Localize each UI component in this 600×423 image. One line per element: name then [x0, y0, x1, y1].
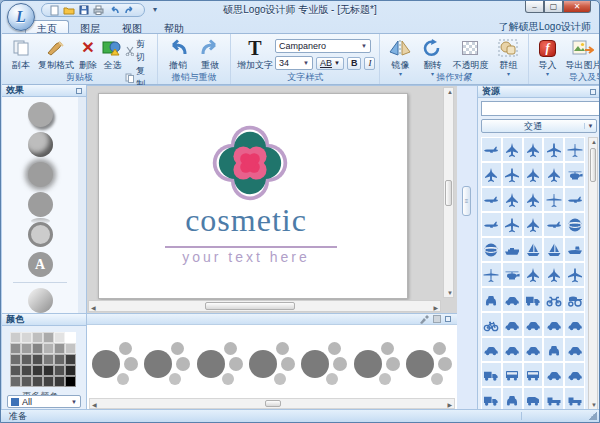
scroll-up-icon[interactable]: ▲ [447, 89, 453, 95]
resource-cell[interactable] [502, 337, 523, 362]
scrollbar-thumb[interactable] [205, 302, 295, 310]
cut-button[interactable]: 剪切 [125, 38, 153, 64]
flower-logo[interactable] [212, 125, 288, 201]
opacity-button[interactable]: 不透明度 ▾ [448, 36, 492, 76]
export-image-button[interactable]: 导出图片 [561, 36, 600, 72]
rotate-button[interactable]: 翻转 ▾ [416, 36, 448, 76]
effect-item-glow[interactable] [28, 162, 53, 187]
scroll-left-icon[interactable]: ◀ [92, 401, 97, 408]
color-swatch[interactable] [54, 332, 65, 343]
resource-cell[interactable] [523, 262, 544, 287]
scrollbar-thumb[interactable] [590, 148, 596, 182]
resources-scrollbar[interactable]: ▲ ▼ [588, 137, 598, 410]
resource-cell[interactable] [523, 287, 544, 312]
eyedropper-icon[interactable] [419, 314, 429, 324]
gallery-shape-item[interactable] [354, 338, 400, 386]
minimize-button[interactable]: – [525, 1, 544, 13]
gallery-scrollbar[interactable]: ◀ ▶ [89, 398, 455, 409]
resource-cell[interactable] [523, 312, 544, 337]
resource-cell[interactable] [481, 187, 502, 212]
resource-cell[interactable] [502, 137, 523, 162]
resource-cell[interactable] [564, 212, 585, 237]
color-swatch[interactable] [32, 376, 43, 387]
color-swatch[interactable] [43, 332, 54, 343]
undo-button[interactable]: 撤销 [162, 36, 194, 72]
color-swatch[interactable] [21, 332, 32, 343]
resource-cell[interactable] [481, 212, 502, 237]
gallery-shape-item[interactable] [249, 338, 295, 386]
color-swatch[interactable] [65, 365, 76, 376]
color-swatch[interactable] [54, 354, 65, 365]
color-swatch[interactable] [65, 343, 76, 354]
gallery-shape-item[interactable] [301, 338, 347, 386]
color-swatch[interactable] [10, 332, 21, 343]
resource-cell[interactable] [523, 162, 544, 187]
color-swatch[interactable] [21, 376, 32, 387]
group-button[interactable]: 群组 ▾ [492, 36, 524, 76]
add-text-button[interactable]: T 增加文字 [235, 36, 275, 72]
resource-cell[interactable] [481, 287, 502, 312]
panel-options-icon[interactable] [590, 89, 596, 95]
resource-cell[interactable] [502, 387, 523, 410]
resource-cell[interactable] [523, 187, 544, 212]
resource-cell[interactable] [481, 137, 502, 162]
redo-button[interactable]: 重做 [194, 36, 226, 72]
effects-scrollbar[interactable] [78, 97, 86, 313]
color-swatch[interactable] [54, 376, 65, 387]
resource-cell[interactable] [481, 162, 502, 187]
color-swatch[interactable] [54, 343, 65, 354]
resource-cell[interactable] [523, 212, 544, 237]
panel-options-icon[interactable] [76, 88, 82, 94]
color-swatch[interactable] [32, 332, 43, 343]
effect-item-stroke[interactable] [28, 222, 53, 247]
color-swatch[interactable] [10, 343, 21, 354]
resource-cell[interactable] [523, 362, 544, 387]
resource-cell[interactable] [502, 162, 523, 187]
resource-cell[interactable] [481, 337, 502, 362]
resource-cell[interactable] [502, 212, 523, 237]
select-all-button[interactable]: 全选 [100, 36, 125, 72]
bold-button[interactable]: B [347, 57, 362, 70]
effect-item-shadow[interactable] [28, 102, 53, 127]
scroll-right-icon[interactable]: ▶ [447, 401, 452, 408]
splitter-handle-icon[interactable]: ≡ [462, 186, 471, 216]
app-orb-button[interactable]: L [7, 3, 35, 31]
resource-cell[interactable] [481, 387, 502, 410]
color-swatch[interactable] [21, 343, 32, 354]
tagline-text[interactable]: your text here [99, 249, 393, 265]
resource-cell[interactable] [523, 137, 544, 162]
resource-cell[interactable] [481, 237, 502, 262]
resource-search-input[interactable] [481, 101, 600, 116]
resource-cell[interactable] [502, 187, 523, 212]
resource-cell[interactable] [523, 337, 544, 362]
mirror-button[interactable]: 镜像 ▾ [384, 36, 416, 76]
scroll-left-icon[interactable]: ◀ [91, 304, 96, 311]
color-swatch[interactable] [10, 376, 21, 387]
resource-cell[interactable] [564, 387, 585, 410]
canvas-area[interactable]: cosmetic your text here ▲ ▼ ◀ ▶ [87, 85, 457, 313]
color-swatch[interactable] [65, 354, 76, 365]
gallery-shape-item[interactable] [144, 338, 190, 386]
resource-cell[interactable] [543, 262, 564, 287]
font-family-combo[interactable]: Campanero▼ [275, 39, 371, 53]
color-swatch[interactable] [54, 365, 65, 376]
swatch-icon[interactable] [433, 315, 441, 323]
resource-cell[interactable] [564, 362, 585, 387]
scroll-down-icon[interactable]: ▼ [447, 290, 453, 296]
resource-cell[interactable] [481, 312, 502, 337]
color-swatch[interactable] [43, 365, 54, 376]
color-swatch[interactable] [32, 354, 43, 365]
resource-cell[interactable] [564, 287, 585, 312]
category-dropdown[interactable]: 交通 ▼ [481, 119, 597, 133]
resource-cell[interactable] [481, 262, 502, 287]
resource-cell[interactable] [543, 287, 564, 312]
scroll-right-icon[interactable]: ▶ [433, 304, 438, 311]
resource-cell[interactable] [564, 187, 585, 212]
effect-item-grad[interactable] [28, 288, 53, 313]
resource-cell[interactable] [564, 337, 585, 362]
resource-cell[interactable] [543, 137, 564, 162]
resource-cell[interactable] [543, 187, 564, 212]
effect-item-inner[interactable] [28, 132, 53, 157]
help-link[interactable]: 了解硕思Logo设计师 [499, 20, 591, 34]
panel-splitter[interactable]: ≡ [457, 85, 477, 411]
